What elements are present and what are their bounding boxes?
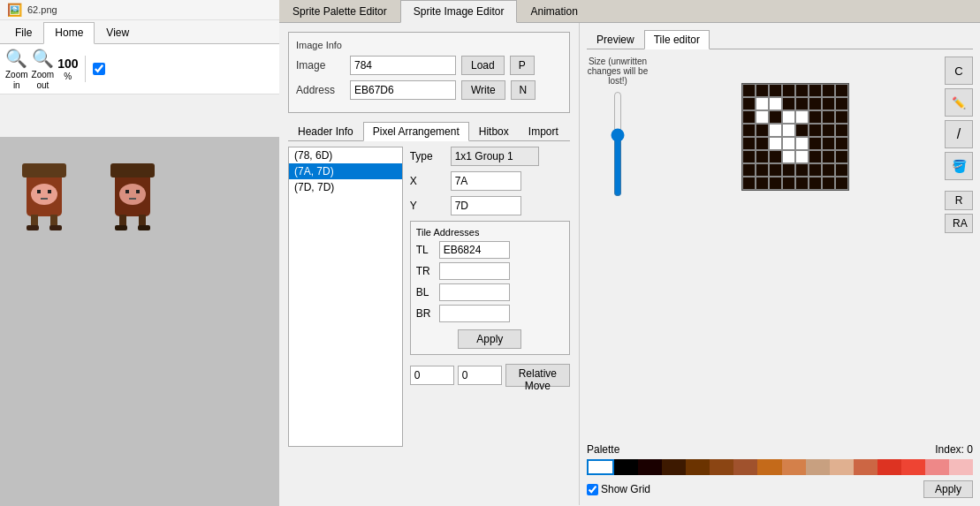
tile-cell-1-6[interactable] — [822, 97, 835, 110]
fe-tab-file[interactable]: File — [4, 22, 43, 43]
tile-cell-5-2[interactable] — [769, 150, 782, 163]
n-button[interactable]: N — [511, 80, 536, 100]
zoom-out-icon[interactable]: 🔍 — [32, 48, 54, 69]
apply-palette-button[interactable]: Apply — [923, 480, 973, 498]
tile-apply-button[interactable]: Apply — [458, 329, 521, 349]
tile-cell-0-7[interactable] — [835, 84, 848, 97]
palette-color-7[interactable] — [757, 459, 781, 475]
zoom-in-icon[interactable]: 🔍 — [5, 48, 27, 69]
tile-cell-4-3[interactable] — [782, 137, 795, 150]
bl-input[interactable] — [439, 283, 510, 301]
tile-cell-7-4[interactable] — [795, 177, 809, 190]
write-button[interactable]: Write — [461, 80, 505, 100]
tile-cell-6-2[interactable] — [769, 163, 782, 177]
tl-input[interactable] — [439, 241, 510, 259]
image-input[interactable] — [350, 56, 456, 75]
tile-cell-0-3[interactable] — [782, 84, 795, 97]
tile-cell-2-6[interactable] — [822, 110, 835, 124]
tile-cell-4-0[interactable] — [742, 137, 756, 150]
spin-input-2[interactable] — [458, 366, 502, 385]
r-button[interactable]: R — [945, 191, 973, 210]
tile-cell-1-0[interactable] — [742, 97, 756, 110]
tile-cell-5-0[interactable] — [742, 150, 756, 163]
palette-color-13[interactable] — [901, 459, 925, 475]
tile-cell-6-5[interactable] — [809, 163, 822, 177]
show-checkboxes[interactable] — [93, 63, 105, 75]
tile-cell-5-6[interactable] — [822, 150, 835, 163]
tab-animation[interactable]: Animation — [517, 0, 590, 22]
tile-cell-5-5[interactable] — [809, 150, 822, 163]
tile-cell-5-7[interactable] — [835, 150, 848, 163]
tile-cell-0-1[interactable] — [756, 84, 769, 97]
fe-tab-view[interactable]: View — [95, 22, 141, 43]
tile-cell-6-1[interactable] — [756, 163, 769, 177]
tile-cell-6-7[interactable] — [835, 163, 848, 177]
tile-cell-6-0[interactable] — [742, 163, 756, 177]
tile-cell-2-4[interactable] — [795, 110, 809, 124]
palette-color-4[interactable] — [686, 459, 710, 475]
tile-cell-2-7[interactable] — [835, 110, 848, 124]
sub-tab-header[interactable]: Header Info — [288, 122, 363, 140]
palette-color-8[interactable] — [782, 459, 806, 475]
load-button[interactable]: Load — [461, 56, 505, 75]
tile-cell-3-7[interactable] — [835, 124, 848, 137]
preview-tab-tile-editor[interactable]: Tile editor — [644, 30, 710, 49]
tr-input[interactable] — [439, 262, 510, 280]
tile-cell-3-0[interactable] — [742, 124, 756, 137]
tile-cell-4-1[interactable] — [756, 137, 769, 150]
tile-cell-3-1[interactable] — [756, 124, 769, 137]
ra-button[interactable]: RA — [945, 214, 973, 233]
tile-cell-0-2[interactable] — [769, 84, 782, 97]
palette-color-6[interactable] — [733, 459, 757, 475]
tile-cell-4-6[interactable] — [822, 137, 835, 150]
palette-color-0[interactable] — [587, 459, 614, 475]
list-item-1[interactable]: (7A, 7D) — [289, 163, 402, 179]
tile-cell-7-2[interactable] — [769, 177, 782, 190]
sub-tab-hitbox[interactable]: Hitbox — [469, 122, 519, 140]
tile-cell-7-7[interactable] — [835, 177, 848, 190]
spin-input-1[interactable] — [410, 366, 454, 385]
palette-color-9[interactable] — [806, 459, 830, 475]
tile-cell-2-2[interactable] — [769, 110, 782, 124]
tile-cell-1-2[interactable] — [769, 97, 782, 110]
tile-cell-6-3[interactable] — [782, 163, 795, 177]
list-item-0[interactable]: (78, 6D) — [289, 147, 402, 163]
tile-cell-4-2[interactable] — [769, 137, 782, 150]
br-input[interactable] — [439, 305, 510, 322]
pencil-button[interactable]: ✏️ — [945, 88, 973, 117]
tile-cell-4-7[interactable] — [835, 137, 848, 150]
fe-tab-home[interactable]: Home — [43, 22, 95, 44]
tile-grid[interactable] — [741, 83, 849, 191]
tile-cell-1-4[interactable] — [795, 97, 809, 110]
tab-sprite-image[interactable]: Sprite Image Editor — [400, 0, 518, 23]
palette-color-12[interactable] — [877, 459, 901, 475]
tile-cell-0-5[interactable] — [809, 84, 822, 97]
tile-cell-0-6[interactable] — [822, 84, 835, 97]
tile-cell-0-4[interactable] — [795, 84, 809, 97]
tile-cell-5-4[interactable] — [795, 150, 809, 163]
tile-cell-3-2[interactable] — [769, 124, 782, 137]
tile-cell-6-6[interactable] — [822, 163, 835, 177]
tile-cell-1-1[interactable] — [756, 97, 769, 110]
fill-button[interactable]: 🪣 — [945, 152, 973, 180]
tile-cell-5-1[interactable] — [756, 150, 769, 163]
tile-cell-1-3[interactable] — [782, 97, 795, 110]
tile-cell-3-5[interactable] — [809, 124, 822, 137]
tile-cell-2-5[interactable] — [809, 110, 822, 124]
p-button[interactable]: P — [510, 56, 535, 75]
relative-move-button[interactable]: Relative Move — [505, 364, 570, 387]
x-input[interactable] — [451, 171, 521, 191]
tile-cell-2-0[interactable] — [742, 110, 756, 124]
size-slider[interactable] — [609, 91, 627, 197]
address-input[interactable] — [350, 80, 456, 100]
palette-color-14[interactable] — [925, 459, 949, 475]
preview-tab-preview[interactable]: Preview — [587, 30, 644, 49]
palette-color-10[interactable] — [830, 459, 854, 475]
palette-color-3[interactable] — [662, 459, 686, 475]
tile-cell-7-0[interactable] — [742, 177, 756, 190]
tile-cell-7-3[interactable] — [782, 177, 795, 190]
list-item-2[interactable]: (7D, 7D) — [289, 179, 402, 195]
palette-grid[interactable] — [587, 459, 973, 475]
tile-cell-5-3[interactable] — [782, 150, 795, 163]
tile-cell-4-5[interactable] — [809, 137, 822, 150]
